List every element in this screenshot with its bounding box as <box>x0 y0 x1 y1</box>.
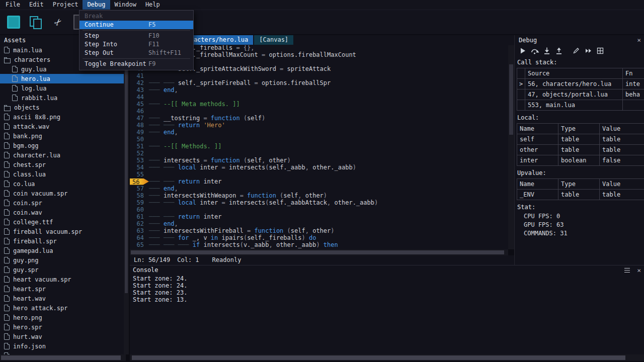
tree-item-attack-wav[interactable]: attack.wav <box>0 122 124 131</box>
tree-item-bgm-ogg[interactable]: bgm.ogg <box>0 141 124 150</box>
copy-button[interactable] <box>26 13 45 32</box>
tree-item-character-lua[interactable]: character.lua <box>0 150 124 160</box>
code-line-58[interactable]: 58─── intersectsWithWeapon = function (s… <box>130 192 508 199</box>
tree-item-coin-spr[interactable]: coin.spr <box>0 198 124 208</box>
tree-item-coin-wav[interactable]: coin.wav <box>0 208 124 217</box>
tree-item-gamepad-lua[interactable]: gamepad.lua <box>0 246 124 255</box>
code-line-50[interactable]: 50 <box>130 136 508 143</box>
editor-hscrollbar[interactable] <box>130 249 508 255</box>
menu-item-continue[interactable]: ContinueF5 <box>79 21 193 29</box>
code-line-63[interactable]: 63─── intersectsWithFireball = function … <box>130 227 508 234</box>
menu-help[interactable]: Help <box>141 0 165 10</box>
close-icon[interactable]: × <box>637 35 641 45</box>
menu-item-step-out[interactable]: Step OutShift+F11 <box>79 49 193 57</box>
tree-item-hero-spr[interactable]: hero.spr <box>0 322 124 332</box>
tree-item-heart-spr[interactable]: heart.spr <box>0 284 124 294</box>
tree-item-hero-lua[interactable]: hero.lua <box>0 74 124 83</box>
table-row[interactable]: >56, characters/hero.luainte <box>517 79 644 89</box>
table-row[interactable]: 47, objects/portal.luabeha <box>517 89 644 100</box>
tree-item-hurt-wav[interactable]: hurt.wav <box>0 332 124 341</box>
assets-hscrollbar[interactable] <box>0 354 126 361</box>
menu-item-step-into[interactable]: Step IntoF11 <box>79 40 193 49</box>
tree-item-guy-spr[interactable]: guy.spr <box>0 265 124 275</box>
code-line-56[interactable]: 56─── ─── return inter <box>130 178 508 185</box>
code-line-54[interactable]: 54─── ─── local inter = intersects(self.… <box>130 164 508 171</box>
tree-item-partial[interactable] <box>0 351 124 354</box>
code-line-48[interactable]: 48─── ─── return 'Hero' <box>130 122 508 129</box>
table-row[interactable]: selftabletable <box>517 134 644 145</box>
code-line-52[interactable]: 52 <box>130 150 508 157</box>
new-button[interactable] <box>4 13 23 32</box>
tree-item-heart-wav[interactable]: heart.wav <box>0 294 124 303</box>
tree-item-ascii-8x8-png[interactable]: ascii 8x8.png <box>0 112 124 122</box>
menu-debug[interactable]: Debug <box>83 0 110 10</box>
tree-item-college-ttf[interactable]: college.ttf <box>0 217 124 227</box>
scrollbar-handle[interactable] <box>509 64 513 135</box>
table-row[interactable]: 553, main.lua <box>517 100 644 111</box>
tree-item-hero-attack-spr[interactable]: hero attack.spr <box>0 303 124 313</box>
code-line-44[interactable]: 44 <box>130 94 508 101</box>
tree-item-info-json[interactable]: info.json <box>0 341 124 351</box>
tree-item-class-lua[interactable]: class.lua <box>0 169 124 179</box>
code-line-61[interactable]: 61─── ─── return inter <box>130 213 508 220</box>
code-line-43[interactable]: 43─── end, <box>130 86 508 94</box>
code-area[interactable]: 37─── ─── self._fireballs = {},38─── ───… <box>130 45 508 249</box>
tree-item-co-lua[interactable]: co.lua <box>0 179 124 189</box>
frames-button[interactable] <box>595 46 605 55</box>
editor-vscrollbar[interactable] <box>508 45 514 249</box>
frames-icon <box>597 47 604 54</box>
tree-item-chest-spr[interactable]: chest.spr <box>0 160 124 169</box>
scrollbar-handle[interactable] <box>125 44 128 293</box>
code-line-46[interactable]: 46 <box>130 108 508 115</box>
step-over-button[interactable] <box>530 46 540 55</box>
bottom-hscrollbar[interactable] <box>130 354 644 361</box>
menu-project[interactable]: Project <box>48 0 83 10</box>
code-line-53[interactable]: 53─── intersects = function (self, other… <box>130 157 508 164</box>
tab-canvas[interactable]: [Canvas] <box>254 35 293 45</box>
code-line-62[interactable]: 62─── end, <box>130 220 508 227</box>
menu-file[interactable]: File <box>1 0 25 10</box>
continue-button[interactable] <box>518 46 528 55</box>
menu-item-step[interactable]: StepF10 <box>79 32 193 40</box>
menu-item-break[interactable]: Break <box>79 12 193 21</box>
fast-forward-button[interactable] <box>583 46 593 55</box>
tree-item-fireball-spr[interactable]: fireball.spr <box>0 236 124 246</box>
cut-button[interactable]: ✂ <box>48 13 67 32</box>
tree-item-coin-vacuum-spr[interactable]: coin vacuum.spr <box>0 189 124 198</box>
list-icon[interactable] <box>624 268 630 273</box>
menu-window[interactable]: Window <box>110 0 141 10</box>
code-line-59[interactable]: 59─── ─── local inter = intersects(self.… <box>130 199 508 206</box>
close-icon[interactable]: × <box>637 265 641 275</box>
code-line-47[interactable]: 47─── __tostring = function (self) <box>130 115 508 122</box>
tree-item-objects[interactable]: objects <box>0 103 124 112</box>
code-line-55[interactable]: 55 <box>130 171 508 178</box>
tree-item-guy-png[interactable]: guy.png <box>0 255 124 265</box>
code-line-49[interactable]: 49─── end, <box>130 129 508 136</box>
table-row[interactable]: _ENVtabletable <box>517 190 644 200</box>
scrollbar-handle[interactable] <box>131 250 504 254</box>
table-row[interactable]: othertabletable <box>517 145 644 155</box>
tree-item-hero-png[interactable]: hero.png <box>0 313 124 322</box>
table-row[interactable]: interbooleanfalse <box>517 155 644 166</box>
write-button[interactable] <box>571 46 581 55</box>
tree-item-log-lua[interactable]: log.lua <box>0 83 124 93</box>
menu-item-toggle-breakpoint[interactable]: Toggle BreakpointF9 <box>79 60 193 68</box>
step-into-button[interactable] <box>542 46 552 55</box>
code-line-42[interactable]: 42─── ─── self._spriteFireball = options… <box>130 79 508 86</box>
step-out-button[interactable] <box>554 46 564 55</box>
assets-vscrollbar[interactable] <box>124 35 129 354</box>
code-line-57[interactable]: 57─── end, <box>130 185 508 192</box>
tree-item-bank-png[interactable]: bank.png <box>0 131 124 141</box>
scrollbar-handle[interactable] <box>132 355 625 360</box>
code-line-64[interactable]: 64─── ─── for _, v in ipairs(self._fireb… <box>130 234 508 241</box>
code-line-60[interactable]: 60 <box>130 206 508 213</box>
menu-edit[interactable]: Edit <box>25 0 48 10</box>
tree-item-rabbit-lua[interactable]: rabbit.lua <box>0 93 124 103</box>
code-line-41[interactable]: 41 <box>130 72 508 79</box>
code-line-45[interactable]: 45─── --[[ Meta methods. ]] <box>130 101 508 108</box>
tree-item-heart-vacuum-spr[interactable]: heart vacuum.spr <box>0 275 124 284</box>
tree-item-fireball-vacuum-spr[interactable]: fireball vacuum.spr <box>0 227 124 236</box>
scrollbar-handle[interactable] <box>1 355 121 360</box>
code-line-65[interactable]: 65─── ─── ─── if intersects(v._aabb, oth… <box>130 241 508 248</box>
code-line-51[interactable]: 51─── --[[ Methods. ]] <box>130 143 508 150</box>
